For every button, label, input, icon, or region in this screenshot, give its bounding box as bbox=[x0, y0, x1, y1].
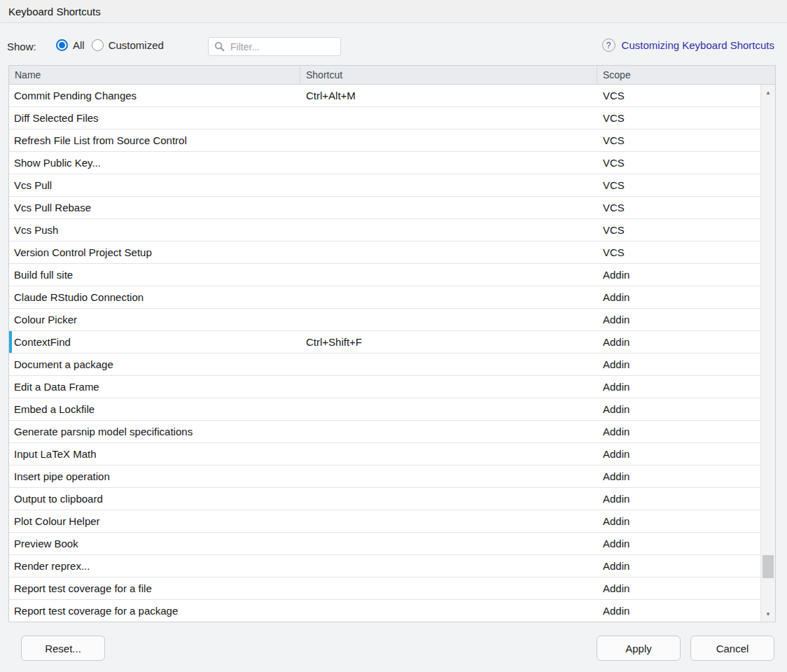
table-row[interactable]: Document a package Addin bbox=[9, 354, 760, 376]
shortcuts-table: Name Shortcut Scope Commit Pending Chang… bbox=[8, 65, 776, 622]
row-shortcut bbox=[300, 488, 597, 510]
radio-customized-icon[interactable] bbox=[92, 39, 104, 51]
row-shortcut bbox=[300, 398, 597, 420]
radio-all[interactable]: All bbox=[56, 38, 85, 51]
row-scope: Addin bbox=[597, 510, 760, 532]
row-name: Build full site bbox=[9, 264, 300, 286]
table-row[interactable]: Insert pipe operation Addin bbox=[9, 465, 760, 488]
filter-input[interactable] bbox=[230, 41, 335, 52]
header-name: Name bbox=[9, 66, 300, 84]
row-name: Edit a Data Frame bbox=[9, 376, 300, 398]
table-body: Commit Pending Changes Ctrl+Alt+M VCS Di… bbox=[9, 85, 775, 622]
row-shortcut bbox=[300, 510, 597, 532]
row-name: Report test coverage for a package bbox=[9, 600, 300, 622]
row-shortcut bbox=[300, 354, 597, 375]
row-shortcut bbox=[300, 264, 597, 286]
filter-box[interactable] bbox=[208, 37, 341, 56]
header-scope: Scope bbox=[597, 66, 775, 84]
table-row[interactable]: Vcs Pull VCS bbox=[9, 174, 760, 197]
row-name: Generate parsnip model specifications bbox=[9, 421, 300, 442]
row-shortcut bbox=[300, 286, 597, 308]
row-scope: Addin bbox=[597, 578, 760, 599]
help-icon[interactable]: ? bbox=[602, 38, 615, 52]
row-scope: Addin bbox=[597, 465, 760, 487]
row-shortcut bbox=[300, 174, 597, 196]
row-scope: Addin bbox=[597, 555, 760, 577]
table-row[interactable]: Vcs Push VCS bbox=[9, 219, 760, 241]
table-row[interactable]: Report test coverage for a file Addin bbox=[9, 578, 760, 600]
table-row[interactable]: Embed a Lockfile Addin bbox=[9, 398, 760, 421]
row-shortcut bbox=[300, 152, 597, 174]
scrollbar-down-icon[interactable]: ▼ bbox=[761, 608, 775, 620]
row-name: Plot Colour Helper bbox=[9, 510, 300, 532]
apply-button[interactable]: Apply bbox=[597, 636, 681, 661]
help-link[interactable]: Customizing Keyboard Shortcuts bbox=[622, 39, 774, 51]
row-scope: Addin bbox=[597, 331, 760, 353]
row-name: Diff Selected Files bbox=[9, 107, 300, 129]
row-name: Report test coverage for a file bbox=[9, 578, 300, 599]
row-shortcut bbox=[300, 197, 597, 218]
row-name: Colour Picker bbox=[9, 309, 300, 330]
row-scope: Addin bbox=[597, 309, 760, 330]
row-shortcut bbox=[300, 130, 597, 151]
row-shortcut bbox=[300, 241, 597, 263]
row-name: Refresh File List from Source Control bbox=[9, 130, 300, 151]
table-row[interactable]: Version Control Project Setup VCS bbox=[9, 241, 760, 264]
row-scope: Addin bbox=[597, 354, 760, 375]
row-shortcut bbox=[300, 465, 597, 487]
radio-customized-label: Customized bbox=[109, 38, 164, 51]
help-area[interactable]: ? Customizing Keyboard Shortcuts bbox=[602, 38, 774, 52]
row-scope: VCS bbox=[597, 219, 760, 241]
row-scope: Addin bbox=[597, 286, 760, 308]
table-row[interactable]: Generate parsnip model specifications Ad… bbox=[9, 421, 760, 443]
table-row[interactable]: Output to clipboard Addin bbox=[9, 488, 760, 510]
scrollbar-thumb[interactable] bbox=[762, 555, 774, 578]
table-row[interactable]: Colour Picker Addin bbox=[9, 309, 760, 331]
reset-button[interactable]: Reset... bbox=[21, 636, 105, 661]
row-name: Output to clipboard bbox=[9, 488, 300, 510]
cancel-button[interactable]: Cancel bbox=[690, 636, 774, 661]
table-row[interactable]: Diff Selected Files VCS bbox=[9, 107, 760, 130]
table-row[interactable]: Commit Pending Changes Ctrl+Alt+M VCS bbox=[9, 85, 760, 107]
table-row[interactable]: Input LaTeX Math Addin bbox=[9, 443, 760, 465]
row-scope: Addin bbox=[597, 398, 760, 420]
row-scope: Addin bbox=[597, 376, 760, 398]
radio-all-icon[interactable] bbox=[56, 39, 68, 51]
row-scope: Addin bbox=[597, 264, 760, 286]
row-shortcut bbox=[300, 219, 597, 241]
row-shortcut bbox=[300, 421, 597, 442]
row-scope: VCS bbox=[597, 107, 760, 129]
table-row[interactable]: Vcs Pull Rebase VCS bbox=[9, 197, 760, 219]
row-shortcut: Ctrl+Alt+M bbox=[300, 85, 597, 106]
table-row[interactable]: Refresh File List from Source Control VC… bbox=[9, 130, 760, 152]
scrollbar-up-icon[interactable]: ▲ bbox=[761, 86, 775, 99]
row-name: Preview Book bbox=[9, 533, 300, 554]
table-scrollbar[interactable]: ▲ ▼ bbox=[760, 85, 775, 622]
dialog-title: Keyboard Shortcuts bbox=[8, 6, 101, 18]
header-shortcut: Shortcut bbox=[300, 66, 597, 84]
row-name: Insert pipe operation bbox=[9, 465, 300, 487]
table-row[interactable]: Report test coverage for a package Addin bbox=[9, 600, 760, 622]
radio-all-label: All bbox=[73, 38, 85, 51]
row-scope: VCS bbox=[597, 152, 760, 174]
show-radio-group: All Customized bbox=[56, 38, 164, 51]
table-row[interactable]: ContextFind Ctrl+Shift+F Addin bbox=[9, 331, 760, 354]
row-name: Claude RStudio Connection bbox=[9, 286, 300, 308]
row-name: Render reprex... bbox=[9, 555, 300, 577]
row-shortcut bbox=[300, 533, 597, 554]
row-scope: Addin bbox=[597, 421, 760, 442]
table-row[interactable]: Build full site Addin bbox=[9, 264, 760, 286]
row-scope: Addin bbox=[597, 488, 760, 510]
row-scope: VCS bbox=[597, 130, 760, 151]
row-name: Embed a Lockfile bbox=[9, 398, 300, 420]
table-row[interactable]: Plot Colour Helper Addin bbox=[9, 510, 760, 533]
table-row[interactable]: Edit a Data Frame Addin bbox=[9, 376, 760, 398]
table-row[interactable]: Claude RStudio Connection Addin bbox=[9, 286, 760, 309]
row-scope: VCS bbox=[597, 85, 760, 106]
table-row[interactable]: Show Public Key... VCS bbox=[9, 152, 760, 174]
table-row[interactable]: Render reprex... Addin bbox=[9, 555, 760, 578]
row-scope: VCS bbox=[597, 197, 760, 218]
table-row[interactable]: Preview Book Addin bbox=[9, 533, 760, 555]
radio-customized[interactable]: Customized bbox=[92, 38, 164, 51]
row-name: ContextFind bbox=[9, 331, 300, 353]
